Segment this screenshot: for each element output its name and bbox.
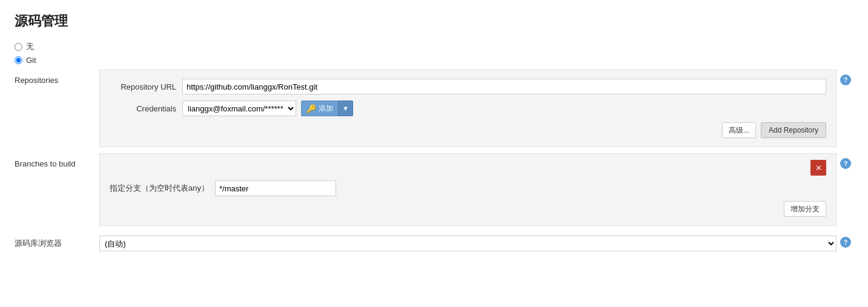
add-credentials-main-button[interactable]: 🔑 添加 — [301, 101, 338, 116]
scm-git-label: Git — [26, 56, 36, 65]
scm-option-git: Git — [15, 56, 853, 65]
repositories-row: Repositories Repository URL Credentials … — [15, 70, 853, 153]
add-branch-button[interactable]: 增加分支 — [784, 201, 826, 217]
key-icon: 🔑 — [306, 104, 316, 113]
branch-form-row: 指定分支（为空时代表any） — [110, 180, 826, 196]
source-browser-select[interactable]: (自动) — [99, 236, 837, 251]
add-label: 添加 — [319, 104, 333, 114]
delete-icon: ✕ — [815, 163, 822, 173]
branches-help-cell: ? — [837, 153, 853, 232]
branches-content: ✕ 指定分支（为空时代表any） 增加分支 — [99, 153, 837, 232]
repositories-panel: Repository URL Credentials lianggx@foxma… — [99, 70, 837, 147]
add-repository-button[interactable]: Add Repository — [761, 122, 826, 138]
scm-none-radio[interactable] — [15, 43, 22, 51]
repository-url-row: Repository URL — [110, 79, 826, 94]
branch-input-label: 指定分支（为空时代表any） — [110, 183, 209, 194]
branches-footer: 增加分支 — [110, 201, 826, 217]
repositories-content: Repository URL Credentials lianggx@foxma… — [99, 70, 837, 153]
page-title: 源码管理 — [15, 12, 853, 30]
credentials-row: Credentials lianggx@foxmail.com/****** 🔑… — [110, 101, 826, 116]
credentials-label: Credentials — [110, 104, 176, 113]
branches-panel: ✕ 指定分支（为空时代表any） 增加分支 — [99, 153, 837, 226]
add-credentials-caret-button[interactable]: ▼ — [338, 101, 353, 116]
branch-input[interactable] — [215, 180, 336, 196]
source-browser-label: 源码库浏览器 — [15, 232, 99, 255]
panel-actions: 高级... Add Repository — [110, 122, 826, 138]
branches-label: Branches to build — [15, 153, 99, 232]
branches-header: ✕ — [110, 160, 826, 176]
repository-url-input[interactable] — [182, 79, 826, 94]
main-section-table: Repositories Repository URL Credentials … — [15, 70, 853, 255]
source-browser-help-cell: ? — [837, 232, 853, 255]
branches-help-icon[interactable]: ? — [840, 158, 851, 169]
caret-icon: ▼ — [342, 105, 349, 112]
credentials-select[interactable]: lianggx@foxmail.com/****** — [182, 101, 296, 116]
repositories-label: Repositories — [15, 70, 99, 153]
source-browser-row-container: 源码库浏览器 (自动) ? — [15, 232, 853, 255]
add-credentials-group: 🔑 添加 ▼ — [301, 101, 353, 116]
advanced-button[interactable]: 高级... — [722, 122, 756, 138]
repository-url-label: Repository URL — [110, 82, 176, 91]
scm-option-none: 无 — [15, 41, 853, 52]
scm-radio-group: 无 Git — [15, 41, 853, 65]
repositories-help-icon[interactable]: ? — [840, 74, 851, 85]
source-browser-help-icon[interactable]: ? — [840, 237, 851, 248]
source-browser-content: (自动) — [99, 232, 837, 255]
repositories-help-cell: ? — [837, 70, 853, 153]
scm-git-radio[interactable] — [15, 56, 22, 64]
scm-none-label: 无 — [26, 41, 34, 52]
branches-row: Branches to build ✕ 指定分支（为空时代表any） — [15, 153, 853, 232]
source-browser-wrap: (自动) — [99, 232, 837, 255]
delete-branch-button[interactable]: ✕ — [810, 160, 826, 176]
credentials-select-wrap: lianggx@foxmail.com/****** 🔑 添加 ▼ — [182, 101, 353, 116]
